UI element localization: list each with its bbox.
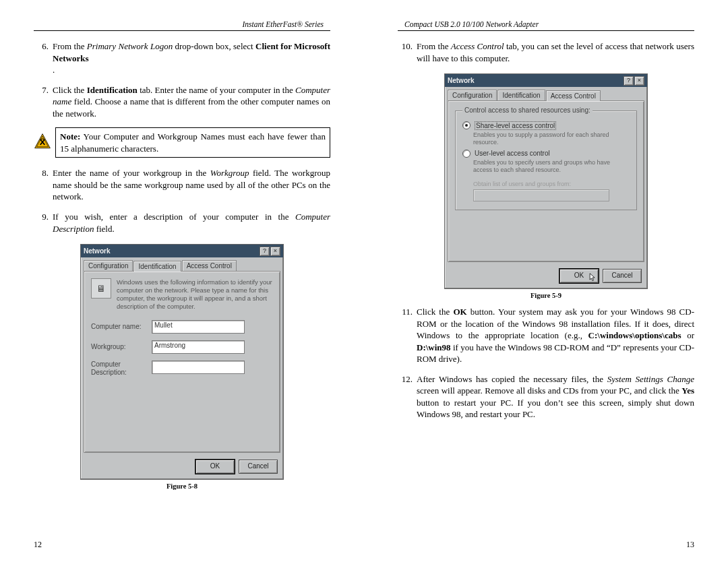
label-workgroup: Workgroup:	[91, 343, 152, 350]
running-head-right: Compact USB 2.0 10/100 Network Adapter	[398, 20, 694, 31]
input-workgroup[interactable]: Armstrong	[152, 340, 245, 354]
field-computer-description: Computer Description:	[91, 361, 273, 377]
tab-configuration[interactable]: Configuration	[448, 90, 497, 100]
radio-dot-icon	[462, 121, 471, 129]
radio-desc: Enables you to specify users and groups …	[473, 159, 630, 175]
window-controls: ? ×	[624, 76, 644, 86]
steps-right-2: 11. Click the OK button. Your system may…	[398, 306, 694, 420]
step-9: 9. If you wish, enter a description of y…	[34, 211, 330, 235]
step-body: Click the Identification tab. Enter the …	[53, 84, 330, 120]
step-num: 9.	[34, 211, 53, 235]
disabled-input	[473, 189, 609, 201]
step-num: 8.	[34, 167, 53, 203]
step-num: 7.	[34, 84, 53, 120]
button-row: OK Cancel	[445, 265, 647, 288]
groupbox-legend: Control access to shared resources using…	[462, 106, 593, 114]
ok-button[interactable]: OK	[195, 460, 235, 474]
close-button[interactable]: ×	[270, 247, 280, 256]
step-10: 10. From the Access Control tab, you can…	[398, 40, 694, 64]
step-8: 8. Enter the name of your workgroup in t…	[34, 167, 330, 203]
access-groupbox: Control access to shared resources using…	[455, 111, 637, 210]
step-12: 12. After Windows has copied the necessa…	[398, 373, 694, 420]
step-11: 11. Click the OK button. Your system may…	[398, 306, 694, 365]
step-7: 7. Click the Identification tab. Enter t…	[34, 84, 330, 120]
page-number-left: 12	[34, 540, 42, 550]
radio-label: User-level access control	[475, 150, 550, 157]
radio-desc: Enables you to supply a password for eac…	[473, 131, 630, 147]
dialog-title: Network	[84, 247, 110, 255]
step-num: 12.	[398, 373, 417, 420]
figure-caption-5-9: Figure 5-9	[398, 292, 694, 299]
note-row: Note: Your Computer and Workgroup Names …	[34, 127, 330, 158]
warning-icon	[34, 133, 51, 153]
step-6: 6. From the Primary Network Logon drop-d…	[34, 40, 330, 76]
cancel-button[interactable]: Cancel	[239, 460, 278, 474]
computer-network-icon: 🖥	[91, 278, 111, 299]
note-box: Note: Your Computer and Workgroup Names …	[55, 127, 330, 158]
button-row: OK Cancel	[81, 456, 283, 479]
tab-identification[interactable]: Identification	[133, 261, 181, 272]
step-num: 6.	[34, 40, 53, 76]
hint-text: Windows uses the following information t…	[117, 278, 273, 311]
dialog-title: Network	[448, 77, 474, 84]
cancel-button[interactable]: Cancel	[603, 269, 642, 283]
step-num: 10.	[398, 40, 417, 64]
step-body: If you wish, enter a description of your…	[53, 211, 330, 235]
radio-dot-icon	[462, 150, 471, 158]
dialog-titlebar: Network ? ×	[81, 245, 283, 257]
tab-configuration[interactable]: Configuration	[84, 260, 133, 271]
page-right: Compact USB 2.0 10/100 Network Adapter 1…	[364, 0, 728, 562]
hint-row: 🖥 Windows uses the following information…	[91, 278, 273, 311]
network-dialog-identification: Network ? × Configuration Identification…	[80, 244, 284, 480]
tab-access-control[interactable]: Access Control	[546, 90, 601, 101]
step-body: From the Access Control tab, you can set…	[417, 40, 694, 64]
step-body: After Windows has copied the necessary f…	[417, 373, 694, 420]
tab-access-control[interactable]: Access Control	[182, 260, 237, 271]
radio-share-level[interactable]: Share-level access control	[462, 121, 630, 130]
tab-strip: Configuration Identification Access Cont…	[445, 87, 647, 100]
page-left: Instant EtherFast® Series 6. From the Pr…	[0, 0, 364, 562]
label-computer-description: Computer Description:	[91, 361, 152, 377]
label-computer-name: Computer name:	[91, 323, 152, 330]
tab-body: 🖥 Windows uses the following information…	[84, 271, 280, 453]
close-button[interactable]: ×	[634, 76, 644, 86]
step-body: Enter the name of your workgroup in the …	[53, 167, 330, 203]
step-body: Click the OK button. Your system may ask…	[417, 306, 694, 365]
tab-strip: Configuration Identification Access Cont…	[81, 257, 283, 271]
figure-caption-5-8: Figure 5-8	[34, 482, 330, 490]
field-computer-name: Computer name: Mullet	[91, 320, 273, 334]
window-controls: ? ×	[260, 247, 280, 256]
steps-left-2: 8. Enter the name of your workgroup in t…	[34, 167, 330, 235]
help-button[interactable]: ?	[624, 76, 634, 86]
radio-label: Share-level access control	[475, 121, 556, 130]
steps-right-1: 10. From the Access Control tab, you can…	[398, 40, 694, 64]
step-num: 11.	[398, 306, 417, 365]
input-computer-name[interactable]: Mullet	[152, 320, 245, 334]
radio-user-level[interactable]: User-level access control	[462, 150, 630, 158]
network-dialog-access-control: Network ? × Configuration Identification…	[444, 73, 648, 289]
help-button[interactable]: ?	[260, 247, 270, 256]
dialog-titlebar: Network ? ×	[445, 74, 647, 87]
disabled-label: Obtain list of users and groups from:	[473, 181, 630, 187]
step-body: From the Primary Network Logon drop-down…	[53, 40, 330, 76]
running-head-left: Instant EtherFast® Series	[34, 20, 330, 31]
input-computer-description[interactable]	[152, 361, 245, 374]
field-workgroup: Workgroup: Armstrong	[91, 340, 273, 354]
page-number-right: 13	[686, 540, 694, 550]
steps-left: 6. From the Primary Network Logon drop-d…	[34, 40, 330, 119]
tab-body: Control access to shared resources using…	[448, 100, 644, 262]
tab-identification[interactable]: Identification	[497, 90, 545, 100]
